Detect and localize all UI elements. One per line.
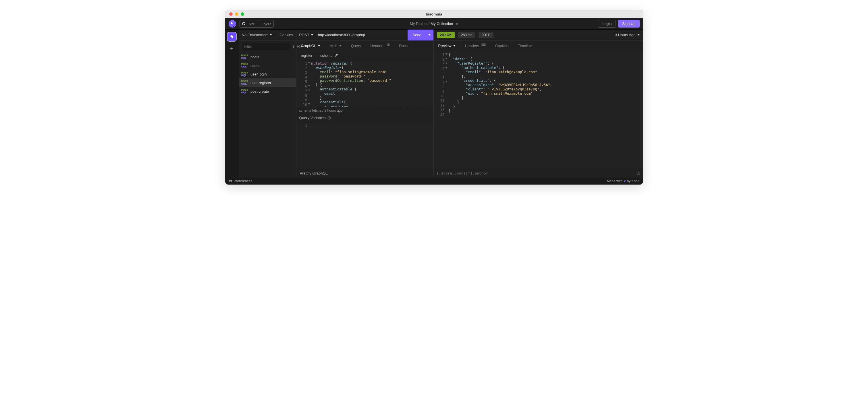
- chevron-down-icon: [311, 34, 313, 36]
- chevron-down-icon[interactable]: [456, 24, 458, 25]
- chevron-down-icon: [270, 34, 272, 36]
- sort-icon[interactable]: [292, 45, 295, 48]
- filter-input[interactable]: [242, 43, 290, 50]
- github-star-label: Star: [246, 21, 257, 26]
- response-time: 283 ms: [458, 32, 475, 38]
- svg-text:?: ?: [638, 172, 639, 174]
- tab-response-headers[interactable]: Headers20: [460, 40, 491, 51]
- response-filter-input[interactable]: $.store.books[*].author: [437, 171, 488, 175]
- home-icon: [229, 34, 234, 39]
- subtab-schema[interactable]: schema: [320, 54, 338, 58]
- home-button[interactable]: [227, 32, 237, 42]
- chevron-down-icon: [339, 45, 342, 46]
- chevron-down-icon: [638, 34, 640, 36]
- window-title: Insomnia: [225, 12, 643, 16]
- chevron-down-icon: [318, 45, 320, 46]
- app-logo-icon[interactable]: [229, 20, 236, 28]
- help-icon[interactable]: ?: [637, 171, 640, 175]
- prettify-button[interactable]: Prettify GraphQL: [297, 169, 433, 177]
- breadcrumb: My Project / My Collection: [225, 22, 643, 26]
- request-list: POSTGQL posts POSTGQL users POSTGQL user…: [239, 53, 296, 177]
- tab-response-cookies[interactable]: Cookies: [491, 40, 513, 51]
- github-icon: [242, 22, 245, 25]
- add-workspace-button[interactable]: ＋: [229, 44, 235, 52]
- wrench-icon: [334, 54, 338, 58]
- query-variables-header[interactable]: Query Variables ?: [297, 114, 433, 122]
- app-header: Star 27,213 My Project / My Collection L…: [225, 18, 643, 30]
- schema-status: schema fetched 3 hours ago: [297, 107, 433, 114]
- cookies-button[interactable]: Cookies: [280, 33, 293, 37]
- url-input[interactable]: http://localhost:3000/graphql: [316, 33, 408, 37]
- request-panel: POST http://localhost:3000/graphql Send …: [297, 30, 434, 177]
- chevron-down-icon: [453, 45, 456, 46]
- graphql-editor[interactable]: 12345 6789 10111213141516 mutation regis…: [297, 60, 433, 107]
- github-star-widget[interactable]: Star 27,213: [240, 20, 274, 28]
- tab-preview[interactable]: Preview: [434, 40, 460, 51]
- request-item[interactable]: POSTGQL users: [239, 61, 296, 70]
- signup-button[interactable]: Sign Up: [618, 20, 639, 28]
- tab-timeline[interactable]: Timeline: [513, 40, 536, 51]
- response-tabs: Preview Headers20 Cookies Timeline: [434, 40, 643, 52]
- request-tabs: GraphQL Auth Query Headers1 Docs: [297, 40, 433, 52]
- method-selector[interactable]: POST: [297, 33, 316, 37]
- login-button[interactable]: Login: [598, 20, 616, 28]
- subtab-register[interactable]: register: [301, 54, 312, 58]
- titlebar: Insomnia: [225, 10, 643, 18]
- query-variables-editor[interactable]: 1: [297, 122, 433, 169]
- main-layout: ＋ No Environment Cookies: [225, 30, 643, 177]
- send-button[interactable]: Send: [408, 30, 433, 40]
- response-size: 200 B: [478, 32, 493, 38]
- code-content: mutation register { userRegister( email:…: [309, 60, 394, 107]
- request-item[interactable]: POSTGQL user register: [239, 78, 296, 87]
- tab-body[interactable]: GraphQL: [297, 40, 325, 51]
- status-badge: 200 OK: [437, 32, 455, 38]
- tab-headers[interactable]: Headers1: [366, 40, 394, 51]
- gear-icon: [229, 179, 232, 183]
- breadcrumb-project[interactable]: My Project: [410, 22, 427, 26]
- tab-docs[interactable]: Docs: [394, 40, 412, 51]
- heart-icon: ♥: [624, 179, 626, 183]
- preferences-button[interactable]: Preferences: [229, 179, 252, 183]
- response-body[interactable]: 123 4567 891011121314 { "data": { "userR…: [434, 52, 643, 169]
- breadcrumb-collection[interactable]: My Collection: [431, 22, 453, 26]
- environment-selector[interactable]: No Environment: [242, 33, 272, 37]
- tab-auth[interactable]: Auth: [325, 40, 346, 51]
- response-json: { "data": { "userRegister": { "authentic…: [446, 52, 555, 169]
- made-with-kong: Made with ♥ by Kong: [607, 179, 640, 183]
- github-star-count: 27,213: [259, 21, 274, 27]
- response-age[interactable]: 3 Hours Ago: [615, 33, 640, 37]
- request-item[interactable]: POSTGQL post create: [239, 87, 296, 96]
- response-panel: 200 OK 283 ms 200 B 3 Hours Ago Preview …: [434, 30, 643, 177]
- status-bar: Preferences Made with ♥ by Kong: [225, 177, 643, 185]
- request-item[interactable]: POSTGQL user login: [239, 70, 296, 78]
- tab-query[interactable]: Query: [346, 40, 366, 51]
- sidebar: No Environment Cookies POSTGQL posts: [239, 30, 297, 177]
- left-rail: ＋: [225, 30, 239, 177]
- request-item[interactable]: POSTGQL posts: [239, 53, 296, 61]
- help-icon: ?: [328, 116, 331, 120]
- app-window: Insomnia Star 27,213 My Project / My Col…: [225, 10, 643, 185]
- chevron-down-icon: [428, 34, 431, 36]
- svg-text:?: ?: [329, 117, 330, 119]
